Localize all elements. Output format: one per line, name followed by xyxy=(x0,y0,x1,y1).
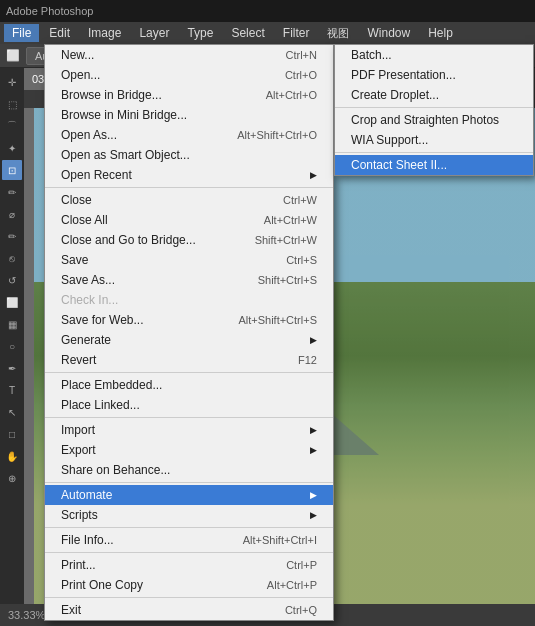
menu-view[interactable]: 视图 xyxy=(319,24,357,43)
automate-submenu: Batch... PDF Presentation... Create Drop… xyxy=(334,44,534,176)
menu-wia-support[interactable]: WIA Support... xyxy=(335,130,533,150)
menu-place-embedded[interactable]: Place Embedded... xyxy=(45,375,333,395)
menu-close-go-bridge[interactable]: Close and Go to Bridge...Shift+Ctrl+W xyxy=(45,230,333,250)
menu-browse-mini-bridge[interactable]: Browse in Mini Bridge... xyxy=(45,105,333,125)
separator-1 xyxy=(45,187,333,188)
menu-check-in: Check In... xyxy=(45,290,333,310)
separator-5 xyxy=(45,527,333,528)
automate-sep-1 xyxy=(335,107,533,108)
eyedropper-tool[interactable]: ✏ xyxy=(2,182,22,202)
menu-contact-sheet[interactable]: Contact Sheet II... xyxy=(335,155,533,175)
title-bar: Adobe Photoshop xyxy=(0,0,535,22)
separator-4 xyxy=(45,482,333,483)
menu-select[interactable]: Select xyxy=(223,24,272,42)
menu-image[interactable]: Image xyxy=(80,24,129,42)
menu-window[interactable]: Window xyxy=(359,24,418,42)
menu-filter[interactable]: Filter xyxy=(275,24,318,42)
menu-open-as[interactable]: Open As...Alt+Shift+Ctrl+O xyxy=(45,125,333,145)
zoom-tool[interactable]: ⊕ xyxy=(2,468,22,488)
menu-batch[interactable]: Batch... xyxy=(335,45,533,65)
history-brush-tool[interactable]: ↺ xyxy=(2,270,22,290)
hand-tool[interactable]: ✋ xyxy=(2,446,22,466)
separator-7 xyxy=(45,597,333,598)
zoom-level: 33.33% xyxy=(8,609,45,621)
menu-share-behance[interactable]: Share on Behance... xyxy=(45,460,333,480)
menu-type[interactable]: Type xyxy=(179,24,221,42)
title-text: Adobe Photoshop xyxy=(6,5,93,17)
type-tool[interactable]: T xyxy=(2,380,22,400)
automate-sep-2 xyxy=(335,152,533,153)
menu-crop-straighten[interactable]: Crop and Straighten Photos xyxy=(335,110,533,130)
eraser-tool[interactable]: ⬜ xyxy=(2,292,22,312)
healing-brush-tool[interactable]: ⌀ xyxy=(2,204,22,224)
menu-file[interactable]: File xyxy=(4,24,39,42)
menu-bar: File Edit Image Layer Type Select Filter… xyxy=(0,22,535,44)
lasso-tool[interactable]: ⌒ xyxy=(2,116,22,136)
left-toolbar: ✛ ⬚ ⌒ ✦ ⊡ ✏ ⌀ ✏ ⎋ ↺ ⬜ ▦ ○ ✒ T ↖ □ ✋ ⊕ xyxy=(0,68,24,604)
menu-layer[interactable]: Layer xyxy=(131,24,177,42)
path-selection-tool[interactable]: ↖ xyxy=(2,402,22,422)
menu-help[interactable]: Help xyxy=(420,24,461,42)
menu-revert[interactable]: RevertF12 xyxy=(45,350,333,370)
menu-scripts[interactable]: Scripts xyxy=(45,505,333,525)
pen-tool[interactable]: ✒ xyxy=(2,358,22,378)
menu-open-recent[interactable]: Open Recent xyxy=(45,165,333,185)
menu-save-as[interactable]: Save As...Shift+Ctrl+S xyxy=(45,270,333,290)
menu-pdf-presentation[interactable]: PDF Presentation... xyxy=(335,65,533,85)
menu-browse-bridge[interactable]: Browse in Bridge...Alt+Ctrl+O xyxy=(45,85,333,105)
menu-close[interactable]: CloseCtrl+W xyxy=(45,190,333,210)
menu-generate[interactable]: Generate xyxy=(45,330,333,350)
menu-exit[interactable]: ExitCtrl+Q xyxy=(45,600,333,620)
dodge-tool[interactable]: ○ xyxy=(2,336,22,356)
menu-edit[interactable]: Edit xyxy=(41,24,78,42)
menu-export[interactable]: Export xyxy=(45,440,333,460)
file-dropdown: New...Ctrl+N Open...Ctrl+O Browse in Bri… xyxy=(44,44,334,621)
separator-6 xyxy=(45,552,333,553)
menu-automate[interactable]: Automate xyxy=(45,485,333,505)
options-spacer: ⬜ xyxy=(6,49,20,62)
clone-stamp-tool[interactable]: ⎋ xyxy=(2,248,22,268)
menu-new[interactable]: New...Ctrl+N xyxy=(45,45,333,65)
separator-3 xyxy=(45,417,333,418)
crop-tool[interactable]: ⊡ xyxy=(2,160,22,180)
menu-create-droplet[interactable]: Create Droplet... xyxy=(335,85,533,105)
menu-save[interactable]: SaveCtrl+S xyxy=(45,250,333,270)
menu-save-web[interactable]: Save for Web...Alt+Shift+Ctrl+S xyxy=(45,310,333,330)
menu-place-linked[interactable]: Place Linked... xyxy=(45,395,333,415)
gradient-tool[interactable]: ▦ xyxy=(2,314,22,334)
shape-tool[interactable]: □ xyxy=(2,424,22,444)
menu-open[interactable]: Open...Ctrl+O xyxy=(45,65,333,85)
quick-select-tool[interactable]: ✦ xyxy=(2,138,22,158)
menu-file-info[interactable]: File Info...Alt+Shift+Ctrl+I xyxy=(45,530,333,550)
brush-tool[interactable]: ✏ xyxy=(2,226,22,246)
menu-open-smart-object[interactable]: Open as Smart Object... xyxy=(45,145,333,165)
menu-print-one-copy[interactable]: Print One CopyAlt+Ctrl+P xyxy=(45,575,333,595)
menu-close-all[interactable]: Close AllAlt+Ctrl+W xyxy=(45,210,333,230)
move-tool[interactable]: ✛ xyxy=(2,72,22,92)
separator-2 xyxy=(45,372,333,373)
marquee-tool[interactable]: ⬚ xyxy=(2,94,22,114)
menu-print[interactable]: Print...Ctrl+P xyxy=(45,555,333,575)
menu-import[interactable]: Import xyxy=(45,420,333,440)
